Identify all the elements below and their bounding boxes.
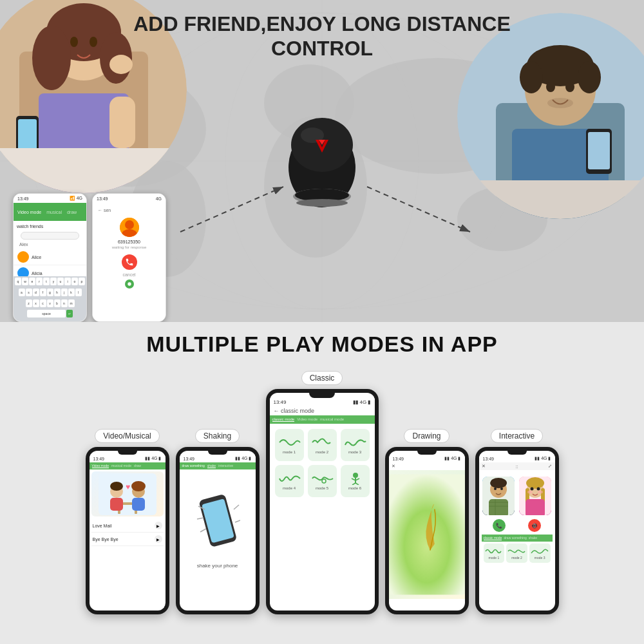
mode-shaking: Shaking 13:49▮▮ 4G ▮ draw something shak… [176,429,260,614]
svg-rect-67 [202,498,234,543]
bottom-section: MULTIPLE PLAY MODES IN APP Video/Musical… [0,322,644,644]
mode-video-musical: Video/Musical 13:49▮▮ 4G ▮ Video mode mu… [86,429,169,614]
mode-interactive: Interactive 13:49▮▮ 4G ▮ ✕ :: ⤢ [475,429,559,614]
svg-point-30 [520,61,543,93]
svg-text:♥: ♥ [126,482,130,491]
svg-point-99 [538,491,543,494]
svg-rect-34 [588,132,610,169]
svg-point-98 [527,491,533,494]
svg-point-96 [531,488,534,491]
svg-point-24 [90,37,97,47]
svg-rect-61 [110,498,123,511]
svg-rect-64 [132,498,145,511]
svg-point-23 [70,37,78,47]
svg-line-78 [352,483,355,485]
svg-rect-55 [99,473,156,515]
top-title: ADD FRIEND,ENJOY LONG DISTANCE CONTROL [133,12,511,61]
mode-drawing: Drawing 13:49▮▮ 4G ▮ ✕ [385,429,469,614]
svg-point-73 [322,479,326,483]
phone-shaking: 13:49▮▮ 4G ▮ draw something shake intera… [176,447,260,614]
mini-phone-call: 13:49 4G ← sen 639125350 [92,193,166,322]
svg-line-71 [234,505,239,509]
svg-line-70 [200,529,206,532]
svg-rect-19 [109,97,135,148]
svg-point-52 [125,220,134,229]
svg-point-37 [547,98,573,108]
svg-point-97 [537,488,540,491]
svg-line-69 [197,518,204,519]
mode-label-video: Video/Musical [95,429,159,443]
svg-point-31 [578,61,601,93]
phone-drawing: 13:49▮▮ 4G ▮ ✕ [385,447,469,614]
svg-point-89 [500,488,503,490]
svg-point-54 [128,282,131,285]
phone-interactive: 13:49▮▮ 4G ▮ ✕ :: ⤢ [475,447,559,614]
phone-video: 13:49▮▮ 4G ▮ Video mode musical mode dra… [86,447,169,614]
svg-rect-84 [489,499,508,515]
svg-point-88 [494,488,497,490]
svg-point-16 [32,26,71,90]
svg-point-74 [353,473,358,478]
svg-point-35 [546,82,555,92]
svg-point-60 [110,482,123,491]
svg-point-63 [131,481,146,491]
mode-label-classic: Classic [301,371,343,385]
mode-classic: Classic 13:49▮▮ 4G ▮ ← classic mode clas… [266,371,379,614]
phone-screenshots-row: 13:49 📶 4G Video mode musical draw watch… [13,193,166,322]
svg-point-36 [565,82,574,92]
svg-rect-95 [526,499,545,515]
center-device [280,113,364,209]
mode-label-interactive: Interactive [491,429,543,443]
mode-label-drawing: Drawing [404,429,449,443]
svg-line-79 [355,483,359,485]
mini-phone-friends: 13:49 📶 4G Video mode musical draw watch… [13,193,87,322]
bottom-title: MULTIPLE PLAY MODES IN APP [0,322,644,363]
phone-classic: 13:49▮▮ 4G ▮ ← classic mode classic mode… [266,389,379,614]
svg-point-46 [296,199,348,207]
modes-row: Video/Musical 13:49▮▮ 4G ▮ Video mode mu… [0,363,644,614]
svg-point-92 [526,477,544,489]
top-section: ADD FRIEND,ENJOY LONG DISTANCE CONTROL [0,0,644,322]
svg-line-72 [235,520,240,522]
svg-point-83 [490,478,507,488]
mode-label-shaking: Shaking [195,429,240,443]
svg-point-20 [109,55,133,74]
svg-rect-22 [18,119,37,150]
